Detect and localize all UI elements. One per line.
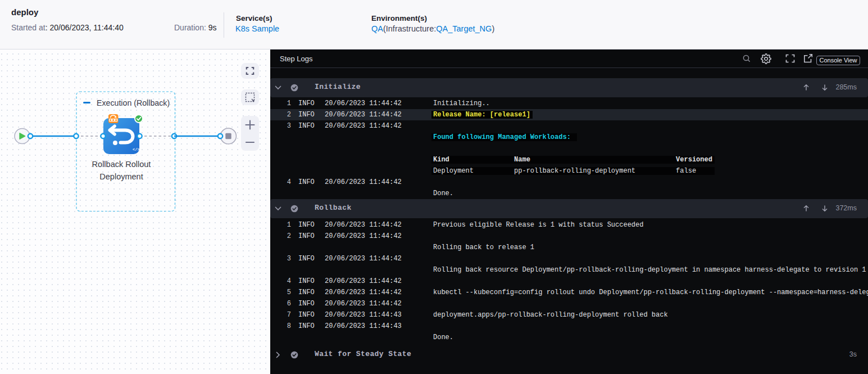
svg-text:Execution (Rollback): Execution (Rollback) xyxy=(97,98,170,107)
svg-text:</>: </> xyxy=(133,147,140,152)
